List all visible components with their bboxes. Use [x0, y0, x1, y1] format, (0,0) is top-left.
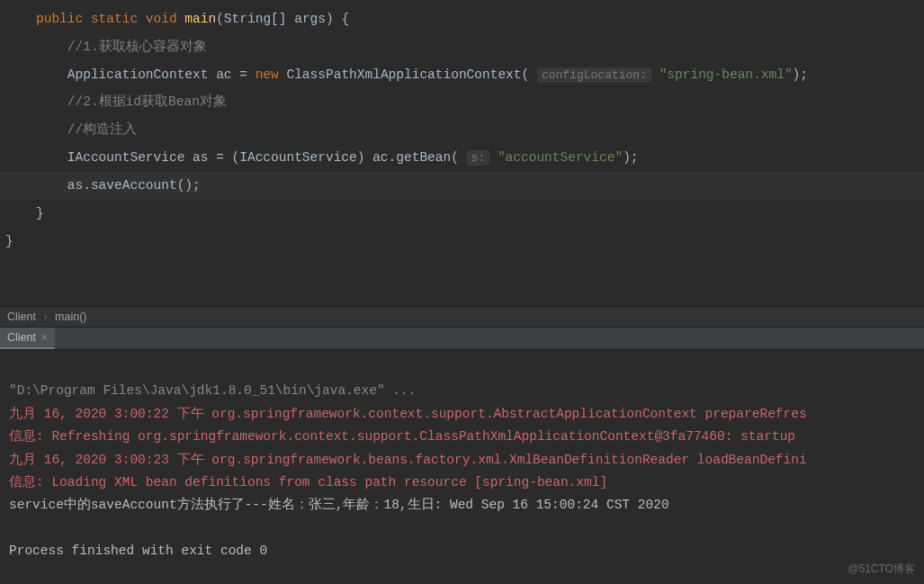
punct: );	[623, 150, 638, 165]
keyword-static: static	[91, 12, 138, 26]
declaration: IAccountService as = (IAccountService) a…	[67, 150, 467, 165]
breadcrumb-item[interactable]: Client	[7, 310, 36, 323]
code-line-highlighted[interactable]: as.saveAccount();	[0, 172, 924, 200]
code-line[interactable]: ApplicationContext ac = new ClassPathXml…	[0, 61, 924, 89]
method-params: (String[] args) {	[216, 12, 349, 26]
code-line[interactable]: //2.根据id获取Bean对象	[0, 88, 924, 116]
comment: //构造注入	[67, 122, 137, 137]
keyword-public: public	[36, 12, 83, 26]
brace: }	[36, 206, 44, 220]
console-line: Process finished with exit code 0	[9, 544, 267, 558]
declaration: ApplicationContext ac =	[67, 67, 256, 82]
method-name: main	[184, 12, 216, 26]
string-literal: "spring-bean.xml"	[651, 67, 793, 82]
console-tab-client[interactable]: Client ×	[0, 328, 55, 349]
close-icon[interactable]: ×	[41, 331, 48, 344]
code-line[interactable]: IAccountService as = (IAccountService) a…	[0, 144, 924, 172]
code-line[interactable]: }	[0, 200, 924, 228]
param-hint: configLocation:	[537, 67, 651, 83]
code-line[interactable]: public static void main(String[] args) {	[0, 5, 924, 33]
console-line: 信息: Loading XML bean definitions from cl…	[9, 475, 607, 490]
breadcrumb-item[interactable]: main()	[55, 310, 86, 323]
breadcrumb: Client › main()	[0, 306, 924, 328]
comment: //2.根据id获取Bean对象	[67, 94, 227, 109]
code-line[interactable]: }	[0, 228, 924, 256]
class-ref: ClassPathXmlApplicationContext(	[279, 67, 537, 82]
keyword-new: new	[256, 67, 279, 82]
keyword-void: void	[146, 12, 177, 26]
console-line: 信息: Refreshing org.springframework.conte…	[9, 429, 803, 444]
console-line: 九月 16, 2020 3:00:22 下午 org.springframewo…	[9, 407, 807, 421]
breadcrumb-separator: ›	[43, 310, 47, 323]
tab-label: Client	[7, 331, 36, 344]
console-tab-bar: Client ×	[0, 328, 924, 350]
console-line: 九月 16, 2020 3:00:23 下午 org.springframewo…	[9, 453, 807, 467]
brace: }	[5, 234, 13, 248]
punct: );	[793, 67, 808, 82]
statement: as.saveAccount();	[67, 178, 201, 193]
string-literal: "accountService"	[489, 150, 623, 165]
console-line: "D:\Program Files\Java\jdk1.8.0_51\bin\j…	[9, 383, 416, 398]
param-hint: s:	[467, 150, 490, 166]
watermark: @51CTO博客	[848, 562, 915, 577]
console-line: service中的saveAccount方法执行了---姓名：张三,年龄：18,…	[9, 498, 669, 512]
code-line[interactable]: //1.获取核心容器对象	[0, 33, 924, 61]
code-line[interactable]: //构造注入	[0, 116, 924, 144]
comment: //1.获取核心容器对象	[67, 40, 207, 54]
code-editor[interactable]: public static void main(String[] args) {…	[0, 0, 924, 306]
console-output[interactable]: "D:\Program Files\Java\jdk1.8.0_51\bin\j…	[0, 350, 924, 570]
